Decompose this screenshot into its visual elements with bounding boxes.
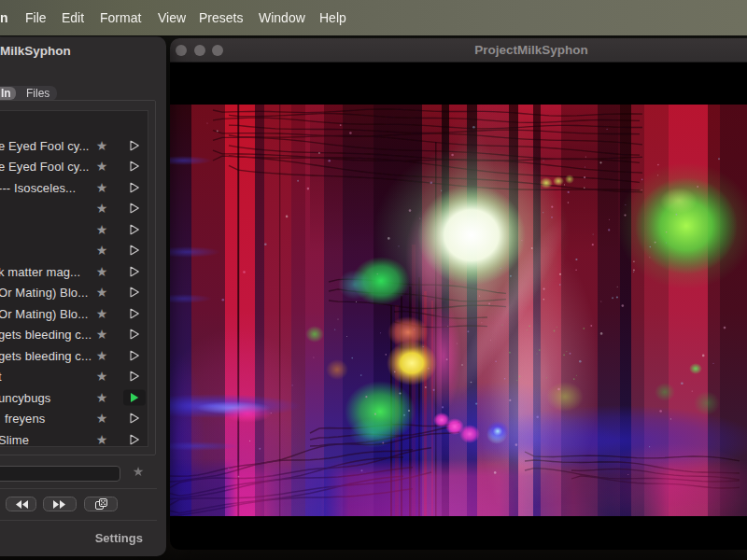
favorite-star-icon[interactable]: ★ (96, 160, 108, 173)
preset-list[interactable]: e Eyed Fool cy...★e Eyed Fool cy...★--- … (0, 110, 148, 447)
preset-row[interactable]: ★ (0, 198, 148, 219)
menu-bar: nFileEditFormatViewPresetsWindowHelp (0, 0, 747, 35)
favorites-filter-star-icon[interactable]: ★ (133, 464, 145, 479)
menu-window[interactable]: Window (259, 0, 305, 35)
preset-row[interactable]: k matter mag...★ (0, 260, 148, 282)
play-icon[interactable] (123, 221, 146, 237)
random-preset-button[interactable] (84, 497, 118, 511)
play-icon[interactable] (123, 179, 146, 195)
next-preset-button[interactable] (43, 497, 77, 511)
preset-row[interactable]: gets bleeding c...★ (0, 324, 148, 345)
preset-panel-window: MilkSyphon In Files e Eyed Fool cy...★e … (0, 36, 166, 556)
play-icon[interactable] (123, 137, 146, 153)
settings-button[interactable]: Settings (0, 531, 143, 545)
favorite-star-icon[interactable]: ★ (96, 181, 108, 194)
preset-name: gets bleeding c... (0, 328, 92, 342)
preset-row[interactable]: freyens★ (0, 408, 148, 429)
play-icon[interactable] (123, 263, 146, 279)
favorite-star-icon[interactable]: ★ (96, 349, 108, 362)
preset-row[interactable]: uncybugs★ (0, 386, 148, 408)
preset-name: t (0, 370, 2, 384)
preset-row[interactable]: e Eyed Fool cy...★ (0, 134, 148, 156)
close-button[interactable] (176, 45, 187, 56)
play-icon[interactable] (123, 327, 146, 343)
preset-name: e Eyed Fool cy... (0, 160, 90, 174)
preset-name: k matter mag... (0, 264, 80, 278)
tab-control: In Files (0, 86, 57, 101)
play-icon-active[interactable] (123, 389, 146, 405)
preset-name: uncybugs (0, 390, 50, 404)
play-icon[interactable] (123, 369, 146, 385)
favorite-star-icon[interactable]: ★ (96, 286, 108, 299)
play-icon[interactable] (123, 347, 146, 363)
favorite-star-icon[interactable]: ★ (96, 412, 108, 425)
favorite-star-icon[interactable]: ★ (96, 139, 108, 152)
play-icon[interactable] (123, 431, 146, 447)
search-input[interactable] (0, 466, 120, 482)
preset-row[interactable]: --- Isosceles...★ (0, 176, 148, 198)
preset-name: --- Isosceles... (0, 180, 76, 194)
favorite-star-icon[interactable]: ★ (96, 370, 108, 383)
screen: { "menu_bar": { "app_menu_fragment": "n"… (0, 0, 747, 560)
menu-presets[interactable]: Presets (199, 0, 243, 35)
preset-row[interactable]: Slime★ (0, 428, 148, 447)
favorite-star-icon[interactable]: ★ (96, 223, 108, 236)
menu-format[interactable]: Format (100, 0, 141, 35)
minimize-button[interactable] (194, 45, 205, 56)
menu-view[interactable]: View (158, 0, 186, 35)
favorite-star-icon[interactable]: ★ (96, 265, 108, 278)
dice-icon (95, 498, 107, 510)
preset-name: Or Mating) Blo... (0, 306, 88, 320)
favorite-star-icon[interactable]: ★ (96, 307, 108, 320)
preset-row[interactable]: e Eyed Fool cy...★ (0, 156, 148, 177)
panel-title: MilkSyphon (0, 44, 71, 58)
play-icon[interactable] (123, 411, 146, 427)
favorite-star-icon[interactable]: ★ (96, 391, 108, 404)
preset-row[interactable]: gets bleeding c...★ (0, 344, 148, 366)
play-icon[interactable] (123, 243, 146, 259)
tab-built-in-label[interactable]: In (1, 86, 11, 101)
preset-row[interactable]: ★ (0, 218, 148, 240)
window-title: ProjectMilkSyphon (474, 38, 588, 63)
milkdrop-visualization (170, 105, 747, 516)
preset-name: e Eyed Fool cy... (0, 138, 90, 152)
separator (0, 488, 157, 489)
app-menu[interactable]: n (0, 0, 8, 35)
preset-name: gets bleeding c... (0, 348, 92, 362)
menu-edit[interactable]: Edit (62, 0, 84, 35)
preset-row[interactable]: Or Mating) Blo...★ (0, 282, 148, 303)
visualizer-window: ProjectMilkSyphon (170, 38, 747, 550)
main-titlebar[interactable]: ProjectMilkSyphon (170, 38, 747, 63)
play-icon[interactable] (123, 305, 146, 321)
preset-name: Or Mating) Blo... (0, 286, 88, 300)
zoom-button[interactable] (212, 45, 223, 56)
previous-preset-button[interactable] (6, 497, 36, 511)
favorite-star-icon[interactable]: ★ (96, 202, 108, 215)
preset-row[interactable]: ★ (0, 240, 148, 261)
tab-files[interactable]: Files (26, 86, 49, 101)
menu-help[interactable]: Help (319, 0, 346, 35)
play-icon[interactable] (123, 159, 146, 175)
favorite-star-icon[interactable]: ★ (96, 328, 108, 341)
menu-file[interactable]: File (25, 0, 47, 35)
rewind-icon (15, 500, 28, 509)
play-icon[interactable] (123, 285, 146, 301)
fast-forward-icon (53, 500, 66, 509)
favorite-star-icon[interactable]: ★ (96, 244, 108, 257)
play-icon[interactable] (123, 201, 146, 217)
preset-row[interactable]: t★ (0, 366, 148, 387)
favorite-star-icon[interactable]: ★ (96, 433, 108, 446)
separator (0, 520, 157, 521)
preset-row[interactable]: Or Mating) Blo...★ (0, 302, 148, 324)
preset-name: Slime (0, 432, 29, 446)
preset-name: freyens (5, 412, 45, 426)
